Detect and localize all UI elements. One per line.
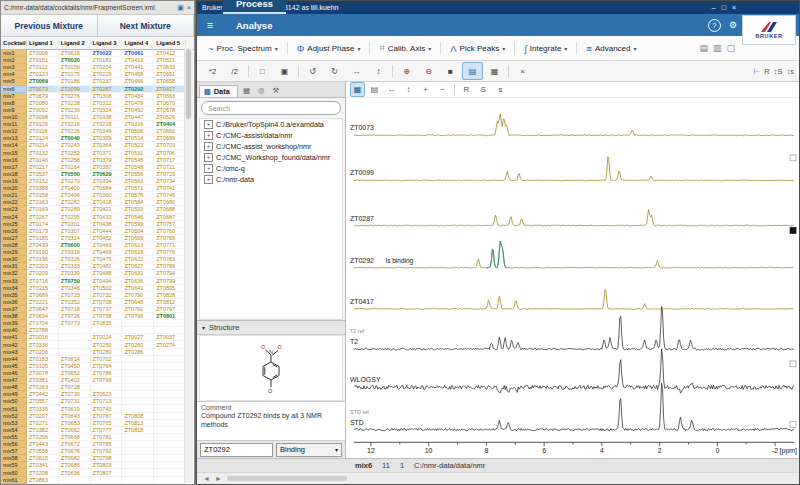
ligand-cell[interactable]: ZT0741: [154, 185, 186, 192]
ligand-cell[interactable]: ZT0835: [91, 320, 123, 327]
ligand-cell[interactable]: ZT0267: [27, 214, 59, 221]
ligand-cell[interactable]: ZT0692: [154, 128, 186, 135]
ligand-cell[interactable]: ZT0805: [154, 285, 186, 292]
ligand-cell[interactable]: ZT0308: [91, 93, 123, 100]
ligand-cell[interactable]: ZT0789: [154, 263, 186, 270]
ligand-cell[interactable]: [122, 363, 154, 370]
ligand-cell[interactable]: ZT0080: [27, 100, 59, 107]
ligand-cell[interactable]: ZT0181: [91, 57, 123, 64]
scroll-left-icon[interactable]: ◄: [203, 475, 210, 482]
ligand-cell[interactable]: ZT0613: [122, 242, 154, 249]
table-row[interactable]: mix37ZT0647ZT0718ZT0737ZT0791ZT0797: [1, 306, 186, 313]
decrease-button[interactable]: −: [435, 82, 450, 97]
scale-small-s-icon[interactable]: ↕s: [787, 67, 795, 76]
ligand-cell[interactable]: [154, 413, 186, 420]
ligand-cell[interactable]: ZT0336: [27, 341, 59, 348]
table-row[interactable]: mix34ZT0215ZT0346ZT0502ZT0641ZT0805: [1, 285, 186, 292]
cocktail-name[interactable]: mix22: [1, 199, 27, 206]
ligand-cell[interactable]: ZT0808: [122, 413, 154, 420]
layout-horizontal-icon[interactable]: ▤: [699, 43, 708, 53]
table-row[interactable]: mix38ZT0694ZT0726ZT0758ZT0796ZT0801: [1, 313, 186, 320]
ligand-cell[interactable]: [122, 320, 154, 327]
cocktail-name[interactable]: mix58: [1, 455, 27, 462]
ligand-cell[interactable]: ZT0717: [154, 157, 186, 164]
ligand-cell[interactable]: [154, 370, 186, 377]
ligand-cell[interactable]: [122, 391, 154, 398]
table-row[interactable]: mix16ZT0146ZT0258ZT0379ZT0545ZT0717: [1, 157, 186, 164]
cocktail-name[interactable]: mix48: [1, 384, 27, 391]
ligand-cell[interactable]: ZT0631: [122, 270, 154, 277]
ligand-cell[interactable]: ZT0531: [122, 150, 154, 157]
ligand-cell[interactable]: ZT0287: [91, 86, 123, 93]
ligand-cell[interactable]: ZT0481: [91, 263, 123, 270]
table-row[interactable]: mix24ZT0267ZT0295ZT0433ZT0546ZT0687: [1, 214, 186, 221]
cocktail-name[interactable]: mix31: [1, 263, 27, 270]
table-row[interactable]: mix26ZT0179ZT0307ZT0444ZT0604ZT0760: [1, 228, 186, 235]
ligand-cell[interactable]: ZT0274: [154, 341, 186, 348]
ligand-cell[interactable]: ZT0098: [27, 114, 59, 121]
ligand-cell[interactable]: ZT0204: [91, 64, 123, 71]
ligand-cell[interactable]: ZT0737: [91, 306, 123, 313]
ligand-cell[interactable]: ZT0216: [59, 121, 91, 128]
scroll-right-icon[interactable]: ►: [215, 475, 222, 482]
ligand-cell[interactable]: [122, 434, 154, 441]
ligand-cell[interactable]: ZT0289: [59, 206, 91, 213]
ligand-cell[interactable]: ZT0243: [59, 142, 91, 149]
cocktail-name[interactable]: mix7: [1, 93, 27, 100]
ligand-cell[interactable]: ZT0718: [59, 306, 91, 313]
ligand-cell[interactable]: ZT0324: [91, 107, 123, 114]
cocktail-name[interactable]: mix3: [1, 64, 27, 71]
cocktail-name[interactable]: mix6: [1, 86, 27, 93]
ligand-cell[interactable]: ZT0746: [154, 192, 186, 199]
spectra-display[interactable]: ZT0073ZT0099ZT0287ZT0292is bindingZT0417…: [346, 98, 799, 458]
ligand-cell[interactable]: ZT0783: [154, 256, 186, 263]
ligand-cell[interactable]: ZT0663: [154, 93, 186, 100]
table-row[interactable]: mix51ZT0335ZT0619ZT0743: [1, 405, 186, 412]
ligand-cell[interactable]: ZT0237: [91, 78, 123, 85]
ligand-cell[interactable]: ZT0492: [122, 107, 154, 114]
ligand-cell[interactable]: [154, 420, 186, 427]
ligand-cell[interactable]: ZT0523: [122, 142, 154, 149]
ligand-cell[interactable]: ZT0179: [27, 228, 59, 235]
ligand-cell[interactable]: ZT0614: [59, 356, 91, 363]
ligand-cell[interactable]: [154, 405, 186, 412]
ligand-cell[interactable]: ZT0529: [154, 114, 186, 121]
tree-item[interactable]: +C:/nmr-data: [200, 174, 342, 185]
ligand-cell[interactable]: ZT0798: [91, 455, 123, 462]
ligand-cell[interactable]: ZT0256: [27, 434, 59, 441]
ligand-cell[interactable]: ZT0418: [91, 199, 123, 206]
ligand-cell[interactable]: ZT0641: [122, 285, 154, 292]
ligand-cell[interactable]: ZT0252: [59, 150, 91, 157]
cocktail-name[interactable]: mix41: [1, 334, 27, 341]
ligand-cell[interactable]: [59, 334, 91, 341]
cocktail-name[interactable]: mix35: [1, 292, 27, 299]
ligand-cell[interactable]: ZT0270: [59, 178, 91, 185]
new-window-icon[interactable]: ▢: [726, 43, 735, 53]
ligand-cell[interactable]: ZT0450: [59, 363, 91, 370]
ligand-cell[interactable]: ZT0797: [154, 306, 186, 313]
ligand-cell[interactable]: ZT0333: [59, 263, 91, 270]
table-row[interactable]: mix21ZT0158ZT0406ZT0360ZT0578ZT0746: [1, 192, 186, 199]
undo-button[interactable]: ↺: [302, 62, 323, 80]
table-row[interactable]: mix31ZT0203ZT0333ZT0481ZT0627ZT0789: [1, 263, 186, 270]
previous-mixture-button[interactable]: Previous Mixture: [1, 15, 98, 36]
pick-peaks-button[interactable]: ΛPick Peaks▾: [445, 41, 510, 56]
ligand-cell[interactable]: ZT0678: [154, 107, 186, 114]
ligand-cell[interactable]: [122, 398, 154, 405]
table-row[interactable]: mix48ZT0263ZT0728: [1, 384, 186, 391]
scrollbar-thumb[interactable]: [227, 476, 347, 481]
ligand-cell[interactable]: [122, 384, 154, 391]
ligand-cell[interactable]: ZT0169: [27, 206, 59, 213]
cocktail-name[interactable]: mix57: [1, 448, 27, 455]
cocktail-name[interactable]: mix20: [1, 185, 27, 192]
ligand-cell[interactable]: ZT0676: [59, 448, 91, 455]
ligand-cell[interactable]: ZT0280: [91, 349, 123, 356]
cocktail-name[interactable]: mix46: [1, 370, 27, 377]
cocktail-name[interactable]: mix49: [1, 391, 27, 398]
ligand-cell[interactable]: ZT0118: [27, 128, 59, 135]
compound-id-field[interactable]: ZT0292: [200, 443, 273, 457]
table-row[interactable]: mix5ZT0069ZT0186ZT0237ZT0466ZT0658: [1, 78, 186, 85]
layout-vertical-icon[interactable]: ▥: [713, 43, 722, 53]
ligand-cell[interactable]: ZT0716: [27, 278, 59, 285]
ligand-cell[interactable]: ZT0479: [122, 100, 154, 107]
